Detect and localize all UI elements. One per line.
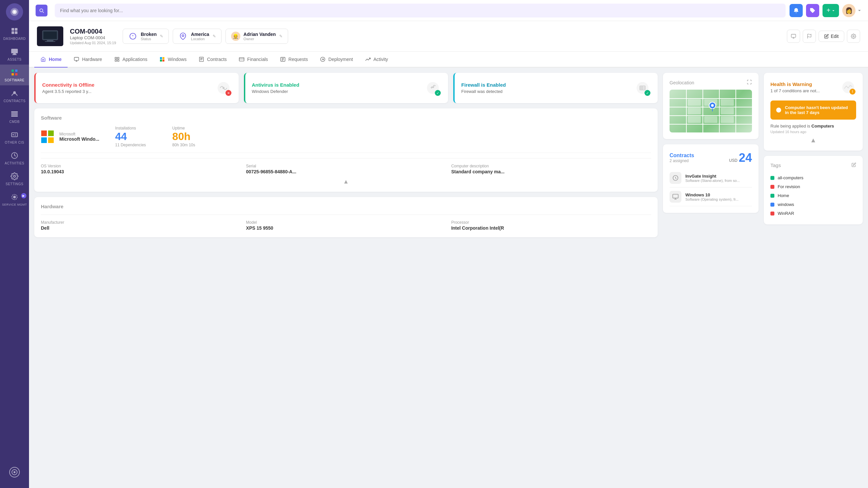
rule-text: Rule being applied is Computers — [770, 124, 856, 129]
asset-updated: Updated Aug 01 2024, 15:19 — [70, 41, 116, 45]
firewall-card: Firewall is Enabled Firewall was detecte… — [453, 73, 658, 103]
desc-label: Computer description — [451, 164, 651, 168]
other-cis-icon — [10, 130, 19, 139]
sidebar-item-contracts[interactable]: CONTRACTS — [0, 85, 29, 106]
map-block — [688, 108, 701, 115]
asset-thumbnail — [37, 26, 63, 46]
asset-status-info: Broken Status — [141, 32, 157, 41]
sidebar-item-other-cis[interactable]: OTHER CIS — [0, 127, 29, 148]
asset-action-btn-1[interactable] — [787, 30, 800, 43]
sidebar-item-activities[interactable]: ACTIVITIES — [0, 148, 29, 168]
tab-activity[interactable]: Activity — [359, 52, 394, 68]
app-logo[interactable] — [6, 3, 23, 21]
alert-button[interactable] — [789, 4, 803, 17]
sidebar-item-software[interactable]: SOFTWARE — [0, 65, 29, 85]
firewall-badge: ✓ — [645, 90, 650, 96]
software-brand: Microsoft — [59, 132, 99, 136]
sidebar-item-settings[interactable]: SETTINGS — [0, 168, 29, 189]
chevron-down-icon — [858, 8, 861, 12]
main-content: + 👩 COM-0004 Laptop COM-0004 Updated Aug… — [29, 0, 868, 488]
tag-button[interactable] — [806, 4, 819, 17]
tab-contracts[interactable]: Contracts — [192, 52, 233, 68]
edit-button[interactable]: Edit — [818, 31, 844, 42]
firewall-icon: ✓ — [634, 79, 651, 97]
location-edit-icon[interactable]: ✎ — [213, 34, 216, 38]
asset-header: COM-0004 Laptop COM-0004 Updated Aug 01 … — [29, 21, 868, 52]
antivirus-icon: ✓ — [424, 79, 441, 97]
sidebar-item-dashboard[interactable]: DASHBOARD — [0, 23, 29, 44]
serial: Serial 00725-96855-84880-A... — [246, 164, 446, 174]
tab-financials[interactable]: Financials — [233, 52, 274, 68]
health-right-card: Health is Warning 1 of 7 conditions are … — [764, 73, 863, 151]
tab-applications[interactable]: Applications — [108, 52, 154, 68]
firewall-sub: Firewall was detected — [461, 89, 506, 94]
geo-expand-btn[interactable] — [747, 79, 752, 86]
sidebar-item-service-mgmt[interactable]: SERVICE MGMT ▶ — [0, 189, 29, 209]
owner-edit-icon[interactable]: ✎ — [279, 34, 282, 38]
software-section-title: Software — [41, 115, 651, 121]
applications-tab-icon — [114, 56, 120, 62]
tag-name: Home — [778, 193, 789, 198]
svg-rect-15 — [11, 111, 18, 113]
asset-location-tag[interactable]: America Location ✎ — [173, 29, 221, 44]
tab-hardware[interactable]: Hardware — [68, 52, 108, 68]
svg-point-19 — [12, 134, 14, 135]
rule-updated: Updated 16 hours ago — [770, 130, 856, 134]
health-title: Health is Warning — [770, 82, 820, 87]
svg-rect-8 — [13, 53, 16, 54]
tag-name: all-computers — [778, 175, 803, 180]
tab-requests[interactable]: Requests — [274, 52, 314, 68]
svg-rect-47 — [117, 60, 119, 61]
sidebar-item-assets[interactable]: ASSETS — [0, 44, 29, 65]
sidebar-item-cmdb[interactable]: CMDB — [0, 106, 29, 127]
svg-rect-12 — [11, 73, 14, 75]
add-button[interactable]: + — [823, 4, 839, 17]
status-edit-icon[interactable]: ✎ — [160, 34, 163, 38]
tab-windows[interactable]: Windows — [153, 52, 192, 68]
search-input[interactable] — [60, 8, 780, 13]
svg-rect-4 — [15, 28, 18, 31]
computer-desc: Computer description Standard company ma… — [451, 164, 651, 174]
status-row: Connectivity is Offline Agent 3.5.5 repo… — [34, 73, 658, 103]
status-icon — [128, 32, 137, 41]
svg-rect-75 — [48, 130, 54, 136]
os-label: OS Version — [41, 164, 241, 168]
asset-status-value: Broken — [141, 32, 157, 37]
tab-deployment[interactable]: Deployment — [314, 52, 359, 68]
tags-card: Tags all-computers For revision Home win… — [764, 156, 863, 224]
asset-action-btn-2[interactable] — [803, 30, 816, 43]
uptime-sub: 80h 30m 10s — [173, 143, 195, 147]
search-button[interactable] — [36, 5, 48, 17]
contracts-header: Contracts 2 assigned USD 24 — [670, 151, 752, 165]
svg-rect-30 — [47, 40, 53, 41]
tag-color-dot — [770, 203, 774, 206]
user-avatar-button[interactable]: 👩 — [842, 4, 861, 17]
manufacturer: Manufacturer Dell — [41, 220, 241, 231]
svg-rect-76 — [41, 137, 47, 143]
svg-rect-7 — [11, 49, 18, 53]
sidebar-item-service-mgmt-label: SERVICE MGMT — [2, 203, 27, 206]
asset-title-block: COM-0004 Laptop COM-0004 Updated Aug 01 … — [70, 28, 116, 45]
tags-edit-btn[interactable] — [851, 162, 856, 168]
svg-rect-18 — [11, 133, 18, 137]
tags-list: all-computers For revision Home windows … — [770, 173, 856, 218]
asset-owner-tag[interactable]: 👷 Adrian Vanden Owner ✎ — [225, 29, 288, 44]
svg-rect-10 — [11, 69, 14, 72]
map-block — [721, 108, 734, 115]
sidebar-item-contracts-label: CONTRACTS — [4, 99, 26, 103]
contract-name-1: Windows 10 — [685, 192, 739, 197]
sidebar-item-dashboard-label: DASHBOARD — [3, 37, 26, 40]
sidebar-item-other-cis-label: OTHER CIS — [5, 141, 24, 144]
installations-sub: 11 Dependencies — [115, 143, 146, 147]
antivirus-badge: ✓ — [435, 90, 441, 96]
tab-applications-label: Applications — [123, 57, 148, 62]
tab-home[interactable]: Home — [34, 52, 68, 68]
contracts-title: Contracts — [670, 153, 694, 159]
sidebar-item-activities-label: ACTIVITIES — [5, 161, 24, 165]
tag-name: WinRAR — [778, 211, 794, 216]
settings-btn[interactable] — [847, 30, 860, 43]
map-pin — [707, 101, 718, 113]
requests-tab-icon — [280, 56, 286, 62]
asset-status-tag[interactable]: Broken Status ✎ — [123, 29, 169, 44]
tab-home-label: Home — [49, 57, 62, 62]
